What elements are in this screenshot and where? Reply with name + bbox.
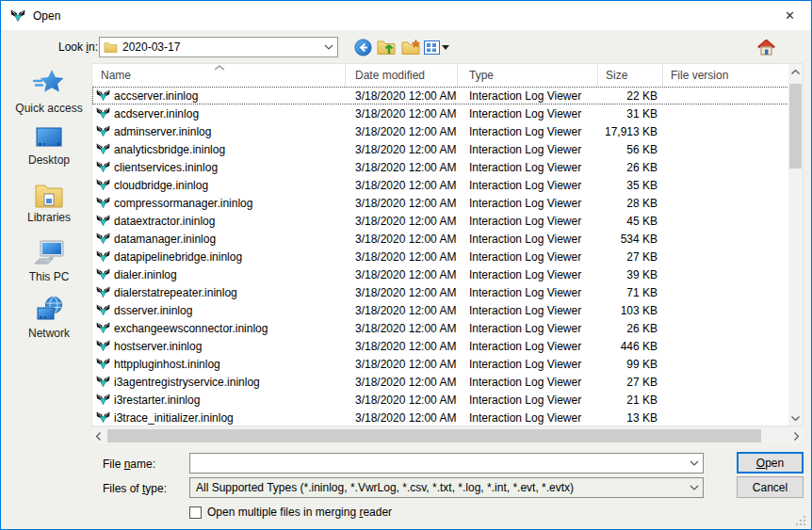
file-date-modified-text: 3/18/2020 12:00 AM — [346, 268, 458, 281]
file-name-text: dataextractor.ininlog — [114, 215, 215, 228]
home-icon[interactable] — [755, 38, 776, 56]
ininlog-file-icon — [96, 214, 110, 228]
sidebar-item-libraries[interactable]: Libraries — [7, 183, 91, 224]
chevron-down-icon[interactable] — [686, 454, 703, 473]
libraries-folder-icon — [34, 183, 64, 208]
file-row[interactable]: hostserver.ininlog 3/18/2020 12:00 AM In… — [92, 337, 789, 355]
merge-reader-checkbox-label: Open multiple files in merging reader — [207, 506, 392, 519]
file-size-text: 31 KB — [598, 107, 663, 120]
vertical-scrollbar[interactable] — [788, 64, 803, 426]
file-size-text: 27 KB — [598, 376, 663, 389]
open-button[interactable]: Open — [737, 452, 804, 474]
column-header-type[interactable]: Type — [458, 64, 598, 87]
scroll-down-icon[interactable] — [788, 410, 803, 426]
file-row[interactable]: dataextractor.ininlog 3/18/2020 12:00 AM… — [92, 212, 789, 230]
up-one-level-icon[interactable] — [376, 38, 397, 56]
file-row[interactable]: datamanager.ininlog 3/18/2020 12:00 AM I… — [92, 230, 789, 248]
file-row[interactable]: dialerstatrepeater.ininlog 3/18/2020 12:… — [92, 283, 789, 301]
file-name-text: hostserver.ininlog — [114, 340, 202, 353]
sidebar-item-this-pc[interactable]: This PC — [7, 239, 91, 283]
file-name-text: analyticsbridge.ininlog — [114, 143, 225, 156]
file-row[interactable]: clientservices.ininlog 3/18/2020 12:00 A… — [92, 158, 789, 176]
file-row[interactable]: compressormanager.ininlog 3/18/2020 12:0… — [92, 194, 789, 212]
sidebar-item-network[interactable]: Network — [7, 296, 91, 340]
cancel-button[interactable]: Cancel — [737, 476, 804, 498]
file-row[interactable]: i3agentregistryservice.ininlog 3/18/2020… — [92, 373, 789, 391]
app-logo-icon — [10, 8, 25, 24]
file-row[interactable]: adminserver.ininlog 3/18/2020 12:00 AM I… — [92, 122, 789, 140]
file-type-text: Interaction Log Viewer — [458, 197, 598, 210]
file-type-text: Interaction Log Viewer — [458, 233, 598, 246]
file-row[interactable]: datapipelinebridge.ininlog 3/18/2020 12:… — [92, 248, 789, 265]
file-row[interactable]: accserver.ininlog 3/18/2020 12:00 AM Int… — [92, 87, 789, 104]
sidebar-item-label: Desktop — [28, 153, 70, 167]
chevron-down-icon[interactable] — [320, 38, 337, 56]
column-header-date-modified[interactable]: Date modified — [346, 64, 458, 87]
file-row[interactable]: cloudbridge.ininlog 3/18/2020 12:00 AM I… — [92, 176, 789, 194]
file-row[interactable]: i3trace_initializer.ininlog 3/18/2020 12… — [92, 409, 789, 426]
file-type-text: Interaction Log Viewer — [458, 215, 598, 228]
file-row[interactable]: exchangeewsconnector.ininlog 3/18/2020 1… — [92, 319, 789, 337]
file-row[interactable]: httppluginhost.ininlog 3/18/2020 12:00 A… — [92, 355, 789, 373]
file-row[interactable]: i3restarter.ininlog 3/18/2020 12:00 AM I… — [92, 391, 789, 409]
vertical-scroll-thumb[interactable] — [789, 84, 802, 169]
network-globe-icon — [34, 296, 64, 324]
sidebar-item-desktop[interactable]: Desktop — [7, 126, 91, 167]
files-of-type-label: Files of type: — [103, 482, 167, 495]
chevron-down-icon[interactable] — [686, 478, 703, 497]
file-type-text: Interaction Log Viewer — [458, 143, 598, 156]
file-name-combobox — [189, 453, 704, 474]
file-size-text: 39 KB — [598, 268, 663, 281]
file-row[interactable]: dsserver.ininlog 3/18/2020 12:00 AM Inte… — [92, 301, 789, 319]
sidebar-item-label: Network — [28, 327, 70, 340]
view-menu-icon[interactable] — [422, 38, 450, 56]
file-name-text: i3restarter.ininlog — [114, 393, 200, 407]
file-name-text: datamanager.ininlog — [114, 233, 216, 246]
file-type-text: Interaction Log Viewer — [458, 286, 598, 299]
file-size-text: 21 KB — [598, 393, 663, 407]
ininlog-file-icon — [96, 357, 110, 371]
file-date-modified-text: 3/18/2020 12:00 AM — [346, 215, 458, 228]
file-date-modified-text: 3/18/2020 12:00 AM — [346, 393, 458, 407]
title-bar[interactable]: Open ✕ — [1, 1, 811, 30]
file-size-text: 22 KB — [598, 89, 663, 103]
file-date-modified-text: 3/18/2020 12:00 AM — [346, 161, 458, 174]
scroll-left-icon[interactable] — [91, 428, 106, 443]
file-date-modified-text: 3/18/2020 12:00 AM — [346, 89, 458, 103]
close-icon[interactable]: ✕ — [769, 1, 811, 29]
file-name-text: compressormanager.ininlog — [114, 197, 252, 210]
horizontal-scroll-thumb[interactable] — [107, 429, 761, 442]
column-header-size[interactable]: Size — [598, 64, 663, 87]
file-name-input[interactable] — [190, 454, 686, 473]
file-size-text: 13 KB — [598, 411, 663, 425]
ininlog-file-icon — [96, 267, 110, 281]
column-header-file-version[interactable]: File version — [663, 64, 789, 87]
look-in-dropdown[interactable]: 2020-03-17 — [99, 37, 338, 57]
file-row[interactable]: dialer.ininlog 3/18/2020 12:00 AM Intera… — [92, 265, 789, 283]
quick-access-star-icon — [33, 69, 65, 99]
file-name-label: File name: — [103, 458, 155, 471]
merge-reader-checkbox-row[interactable]: Open multiple files in merging reader — [189, 506, 392, 519]
file-row[interactable]: analyticsbridge.ininlog 3/18/2020 12:00 … — [92, 140, 789, 158]
ininlog-file-icon — [96, 232, 110, 246]
file-date-modified-text: 3/18/2020 12:00 AM — [346, 286, 458, 299]
resize-grip[interactable] — [796, 516, 805, 525]
ininlog-file-icon — [96, 249, 110, 264]
horizontal-scrollbar[interactable] — [91, 428, 804, 443]
file-row[interactable]: acdserver.ininlog 3/18/2020 12:00 AM Int… — [92, 104, 789, 122]
merge-reader-checkbox[interactable] — [189, 506, 202, 519]
scroll-up-icon[interactable] — [788, 64, 803, 79]
file-type-text: Interaction Log Viewer — [458, 304, 598, 317]
file-type-text: Interaction Log Viewer — [458, 393, 598, 407]
file-size-text: 17,913 KB — [598, 125, 663, 138]
file-name-text: acdserver.ininlog — [114, 107, 199, 120]
create-new-folder-icon[interactable] — [400, 38, 421, 56]
file-name-text: dialer.ininlog — [114, 268, 177, 281]
back-icon[interactable] — [352, 38, 373, 56]
files-of-type-dropdown[interactable]: All Supported Types (*.ininlog, *.VwrLog… — [189, 477, 704, 498]
file-name-text: datapipelinebridge.ininlog — [114, 250, 242, 264]
sidebar-item-quick-access[interactable]: Quick access — [7, 69, 91, 115]
scroll-right-icon[interactable] — [789, 428, 804, 443]
file-size-text: 446 KB — [598, 340, 663, 353]
file-date-modified-text: 3/18/2020 12:00 AM — [346, 322, 458, 335]
